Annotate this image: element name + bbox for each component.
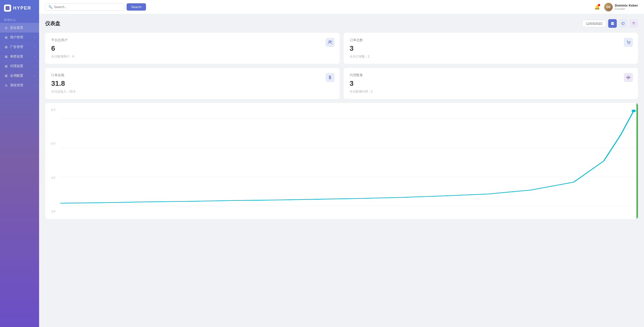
search-container: 🔍 Search xyxy=(45,3,146,11)
svg-point-6 xyxy=(629,44,630,44)
sidebar-item-groups[interactable]: ⊞ 单群设置 › xyxy=(0,52,39,61)
groups-icon: ⊞ xyxy=(4,54,8,59)
stat-title: 订单金额 xyxy=(51,73,334,77)
avatar: DK xyxy=(604,3,613,11)
stat-title: 平台总用户 xyxy=(51,38,334,42)
orders-stat-icon xyxy=(624,38,633,47)
svg-point-4 xyxy=(331,41,332,42)
stat-card-total-users: 平台总用户 6 今日新增用户：6 xyxy=(45,33,340,64)
stats-grid: 平台总用户 6 今日新增用户：6 订单总数 3 今日订单数：2 $ 订单金额 3… xyxy=(45,33,638,99)
chevron-icon: › xyxy=(34,74,35,77)
refresh-icon xyxy=(621,22,625,25)
stat-value: 3 xyxy=(350,79,632,88)
stat-sub: 今日新增用户：6 xyxy=(51,54,334,59)
sidebar-item-label: 全局配置 xyxy=(10,73,32,78)
chart-y-label-5: 5个 xyxy=(51,142,56,146)
filter-button[interactable] xyxy=(629,19,638,28)
svg-point-5 xyxy=(628,44,628,44)
svg-point-11 xyxy=(632,110,636,112)
sidebar-item-users[interactable]: ⊞ 用户管理 › xyxy=(0,33,39,42)
chevron-icon: › xyxy=(34,84,35,87)
agent-icon: ⊞ xyxy=(4,64,8,68)
date-display: 12/03/2022 xyxy=(582,20,606,27)
sidebar-section-label: 管理中心 xyxy=(0,16,39,23)
stat-title: 订单总数 xyxy=(350,38,632,42)
sidebar-item-label: 广告管理 xyxy=(10,45,32,49)
stat-value: 3 xyxy=(350,44,632,52)
sidebar-item-system[interactable]: ⊙ 系统管理 › xyxy=(0,80,39,90)
user-text: Dominic Keber Founder xyxy=(615,4,638,10)
stat-value: 6 xyxy=(51,44,334,52)
stat-value: 31.8 xyxy=(51,79,334,88)
chevron-icon: › xyxy=(34,46,35,48)
user-role: Founder xyxy=(615,7,638,10)
sidebar-logo: HYPER xyxy=(0,0,39,16)
home-icon: ⊙ xyxy=(4,26,8,30)
search-icon: 🔍 xyxy=(48,5,52,9)
stat-card-order-amount: $ 订单金额 31.8 今日总收入：30.8 xyxy=(45,68,340,99)
notification-bell[interactable]: 🔔 xyxy=(593,3,601,11)
stat-card-agent-count: 代理数量 3 今日新增代理：2 xyxy=(344,68,638,99)
svg-point-3 xyxy=(329,41,330,42)
page-header-actions: 12/03/2022 xyxy=(582,19,638,28)
header: 🔍 Search 🔔 DK Dominic Keber Founder xyxy=(39,0,644,14)
content-area: 仪表盘 12/03/2022 xyxy=(39,14,644,327)
main-area: 🔍 Search 🔔 DK Dominic Keber Founder 仪表盘 … xyxy=(39,0,644,327)
notification-badge xyxy=(598,4,600,6)
page-header: 仪表盘 12/03/2022 xyxy=(45,19,638,28)
save-icon xyxy=(611,22,614,25)
search-button[interactable]: Search xyxy=(127,3,146,11)
stat-sub: 今日订单数：2 xyxy=(350,54,632,59)
agent-stat-icon xyxy=(624,73,633,82)
user-name: Dominic Keber xyxy=(615,4,638,7)
sidebar-item-global[interactable]: ⊞ 全局配置 › xyxy=(0,71,39,80)
search-input[interactable] xyxy=(54,5,121,9)
chart-y-label-6: 6个 xyxy=(51,108,56,112)
ads-icon: ⊞ xyxy=(4,45,8,49)
sidebar-item-label: 后台首页 xyxy=(10,25,35,30)
chevron-icon: › xyxy=(34,55,35,58)
sidebar-item-label: 系统管理 xyxy=(10,83,32,88)
stat-card-total-orders: 订单总数 3 今日订单数：2 xyxy=(344,33,638,64)
svg-rect-2 xyxy=(611,23,613,24)
refresh-button[interactable] xyxy=(619,19,627,28)
svg-rect-1 xyxy=(612,22,613,23)
users-icon: ⊞ xyxy=(4,35,8,39)
chart-svg xyxy=(60,103,638,219)
chart-y-labels: 6个 5个 4个 3个 xyxy=(51,108,56,214)
logo-icon xyxy=(4,5,11,12)
chart-card: 6个 5个 4个 3个 xyxy=(45,103,638,219)
global-icon: ⊞ xyxy=(4,74,8,78)
search-input-wrap[interactable]: 🔍 xyxy=(45,3,125,11)
app-name: HYPER xyxy=(13,6,31,11)
chevron-icon: › xyxy=(34,36,35,39)
sidebar-item-home[interactable]: ⊙ 后台首页 xyxy=(0,23,39,33)
amount-stat-icon: $ xyxy=(326,73,335,82)
sidebar-item-label: 单群设置 xyxy=(10,54,32,59)
chevron-icon: › xyxy=(34,65,35,68)
system-icon: ⊙ xyxy=(4,83,8,87)
stat-sub: 今日新增代理：2 xyxy=(350,90,632,94)
stat-sub: 今日总收入：30.8 xyxy=(51,90,334,94)
stat-title: 代理数量 xyxy=(350,73,632,77)
sidebar-item-label: 用户管理 xyxy=(10,35,32,40)
chart-area xyxy=(60,103,638,219)
sidebar-item-agent[interactable]: ⊞ 代理设置 › xyxy=(0,61,39,71)
chart-y-label-3: 3个 xyxy=(51,210,56,214)
sidebar: HYPER 管理中心 ⊙ 后台首页 ⊞ 用户管理 › ⊞ 广告管理 › ⊞ 单群… xyxy=(0,0,39,327)
sidebar-item-label: 代理设置 xyxy=(10,64,32,68)
users-stat-icon xyxy=(326,38,335,47)
green-scrollbar xyxy=(636,103,638,219)
save-button[interactable] xyxy=(608,19,617,28)
filter-icon xyxy=(632,22,635,25)
user-info[interactable]: DK Dominic Keber Founder xyxy=(604,3,638,11)
page-title: 仪表盘 xyxy=(45,20,60,27)
sidebar-item-ads[interactable]: ⊞ 广告管理 › xyxy=(0,42,39,52)
chart-y-label-4: 4个 xyxy=(51,176,56,180)
